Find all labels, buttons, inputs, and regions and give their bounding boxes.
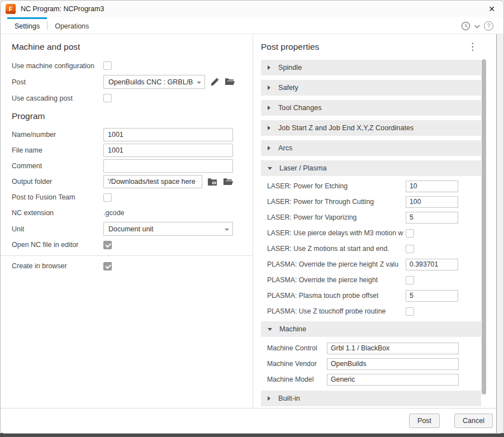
chevron-down-icon[interactable] — [474, 21, 480, 31]
post-button[interactable]: Post — [409, 414, 440, 428]
create-in-browser-checkbox[interactable] — [103, 262, 112, 270]
cancel-button[interactable]: Cancel — [454, 414, 493, 428]
post-properties-heading: Post properties — [261, 42, 503, 52]
section-label: Tool Changes — [278, 104, 322, 112]
expand-right-icon — [268, 396, 270, 401]
tab-bar: Settings Operations ? — [1, 17, 503, 34]
machine-control-input[interactable] — [327, 343, 459, 354]
post-to-fusion-team-row: Post to Fusion Team — [12, 189, 233, 205]
comment-label: Comment — [12, 162, 103, 170]
scrollbar-thumb[interactable] — [482, 59, 486, 395]
output-folder-label: Output folder — [12, 178, 103, 186]
machine-control-row: Machine Control — [261, 340, 481, 356]
section-tool-changes[interactable]: Tool Changes — [261, 100, 481, 116]
post-dropdown-value: OpenBuilds CNC : GRBL/Bla — [108, 78, 193, 86]
property-label: LASER: Power for Vaporizing — [267, 213, 406, 221]
property-label: Machine Control — [267, 344, 327, 352]
fusion-app-icon: F — [6, 4, 16, 14]
kebab-menu-icon[interactable]: ⋮ — [468, 41, 477, 53]
machine-model-input[interactable] — [327, 374, 459, 386]
post-dropdown[interactable]: OpenBuilds CNC : GRBL/Bla — [103, 75, 205, 89]
file-name-row: File name — [12, 142, 233, 158]
laser-z-motions-checkbox[interactable] — [406, 245, 414, 253]
section-spindle[interactable]: Spindle — [261, 60, 481, 75]
nc-extension-value: .gcode — [103, 209, 125, 217]
dropdown-arrow-icon — [225, 229, 229, 231]
plasma-touch-probe-offset-row: PLASMA: Plasma touch probe offset — [261, 288, 481, 303]
section-label: Laser / Plasma — [279, 164, 327, 172]
property-label: Machine Model — [267, 376, 327, 383]
property-label: Machine Vendor — [267, 360, 327, 368]
open-nc-file-label: Open NC file in editor — [12, 241, 103, 249]
expand-right-icon — [268, 126, 270, 130]
unit-row: Unit Document unit — [12, 221, 233, 237]
file-name-label: File name — [12, 146, 103, 154]
use-machine-configuration-checkbox[interactable] — [103, 61, 112, 70]
open-nc-file-checkbox[interactable] — [103, 241, 112, 249]
close-icon[interactable]: ✕ — [483, 1, 500, 17]
plasma-override-pierce-height-checkbox[interactable] — [406, 276, 414, 284]
unit-label: Unit — [12, 225, 103, 233]
post-row: Post OpenBuilds CNC : GRBL/Bla — [12, 74, 233, 90]
comment-row: Comment — [12, 158, 233, 174]
property-label: PLASMA: Use Z touchoff probe routine — [267, 307, 406, 315]
post-properties-panel: Post properties ⋮ Spindle Safety Tool Ch… — [253, 34, 503, 408]
browse-output-folder-icon[interactable] — [223, 178, 234, 186]
machine-vendor-input[interactable] — [327, 358, 459, 370]
output-folder-input[interactable] — [103, 175, 202, 188]
property-label: LASER: Power for Through Cutting — [267, 198, 406, 206]
panel-edge — [496, 34, 503, 433]
open-post-folder-icon[interactable] — [225, 78, 235, 86]
unit-dropdown[interactable]: Document unit — [103, 222, 233, 236]
laser-power-vaporizing-input[interactable] — [406, 212, 458, 224]
collapse-down-icon — [268, 328, 272, 331]
laser-power-through-cutting-row: LASER: Power for Through Cutting — [261, 194, 481, 210]
plasma-touch-probe-offset-input[interactable] — [406, 290, 458, 302]
expand-right-icon — [268, 86, 270, 90]
section-machine[interactable]: Machine — [261, 321, 481, 337]
section-arcs[interactable]: Arcs — [261, 140, 481, 156]
laser-power-etching-input[interactable] — [406, 180, 458, 192]
expand-right-icon — [268, 65, 270, 70]
expand-right-icon — [268, 146, 270, 150]
plasma-z-touchoff-row: PLASMA: Use Z touchoff probe routine — [261, 303, 481, 319]
settings-panel: Machine and post Use machine configurati… — [1, 34, 253, 408]
use-cascading-post-checkbox[interactable] — [103, 94, 112, 102]
machine-vendor-row: Machine Vendor — [261, 356, 481, 372]
property-label: LASER: Power for Etching — [267, 182, 406, 190]
property-label: PLASMA: Override the pierce height Z val… — [267, 260, 406, 268]
plasma-pierce-height-z-input[interactable] — [406, 259, 458, 270]
open-nc-file-row: Open NC file in editor — [12, 237, 233, 253]
tab-settings[interactable]: Settings — [7, 17, 47, 34]
section-label: Arcs — [278, 144, 292, 152]
clock-icon[interactable] — [461, 21, 470, 31]
expand-right-icon — [268, 106, 270, 110]
section-job-start-end[interactable]: Job Start Z and Job End X,Y,Z Coordinate… — [261, 120, 481, 136]
laser-power-through-cutting-input[interactable] — [406, 196, 458, 208]
laser-pierce-delays-checkbox[interactable] — [406, 229, 414, 238]
section-label: Job Start Z and Job End X,Y,Z Coordinate… — [278, 124, 413, 132]
section-label: Machine — [279, 325, 306, 333]
file-name-input[interactable] — [103, 144, 233, 157]
use-cascading-post-label: Use cascading post — [12, 94, 103, 102]
machine-model-row: Machine Model — [261, 372, 481, 387]
name-number-input[interactable] — [103, 128, 233, 141]
section-safety[interactable]: Safety — [261, 80, 481, 96]
use-machine-configuration-row: Use machine configuration — [12, 58, 233, 74]
left-panel-divider — [1, 255, 253, 256]
edit-post-icon[interactable] — [210, 77, 220, 87]
help-icon[interactable]: ? — [484, 21, 493, 31]
comment-input[interactable] — [103, 159, 233, 173]
section-laser-plasma[interactable]: Laser / Plasma — [261, 160, 481, 176]
plasma-z-touchoff-checkbox[interactable] — [406, 307, 414, 316]
property-label: PLASMA: Plasma touch probe offset — [267, 292, 406, 300]
tab-operations[interactable]: Operations — [47, 17, 96, 34]
section-built-in[interactable]: Built-in — [261, 391, 481, 406]
post-to-fusion-team-checkbox[interactable] — [103, 193, 112, 202]
create-in-browser-row: Create in browser — [12, 258, 233, 274]
collapse-down-icon — [268, 167, 272, 170]
laser-z-motions-row: LASER: Use Z motions at start and end. — [261, 241, 481, 256]
dropdown-arrow-icon — [197, 82, 201, 84]
output-folder-row: Output folder — [12, 174, 233, 189]
view-output-folder-icon[interactable] — [207, 178, 218, 186]
